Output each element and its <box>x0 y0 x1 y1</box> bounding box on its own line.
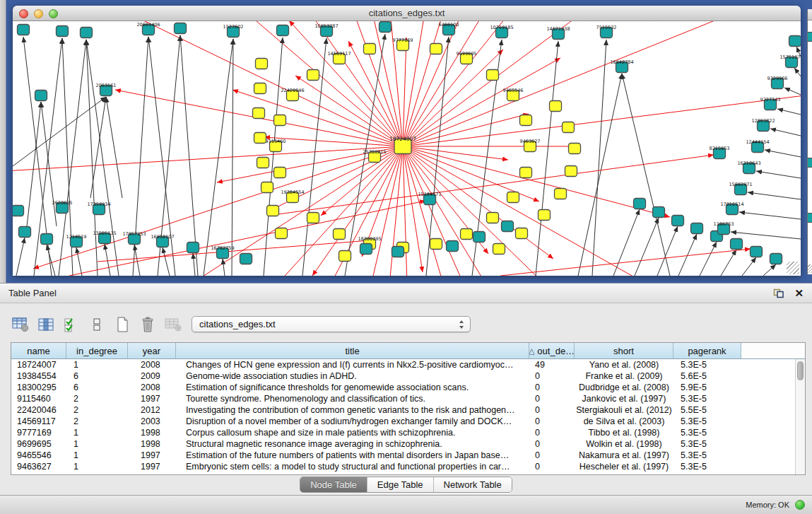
network-node[interactable] <box>267 206 279 216</box>
minimize-window-button[interactable] <box>34 9 43 18</box>
window-resize-grip[interactable] <box>787 262 799 274</box>
table-scrollbar-thumb[interactable] <box>797 361 804 380</box>
network-node[interactable] <box>653 207 665 218</box>
network-node[interactable] <box>520 115 532 126</box>
cell-name[interactable]: 9699695 <box>11 439 66 449</box>
network-node[interactable] <box>240 254 252 264</box>
network-node[interactable] <box>520 168 532 178</box>
network-node[interactable] <box>307 70 319 81</box>
network-node[interactable] <box>565 166 577 177</box>
network-node[interactable]: 16958107 <box>151 234 174 247</box>
network-node[interactable] <box>360 244 372 255</box>
network-node[interactable]: 17957253 <box>122 231 146 245</box>
network-node[interactable] <box>19 227 31 238</box>
network-node[interactable] <box>473 232 486 243</box>
network-node[interactable] <box>569 144 581 154</box>
cell-in_degree[interactable]: 1 <box>66 428 128 438</box>
cell-year[interactable]: 1998 <box>128 439 176 449</box>
cell-title[interactable]: Investigating the contribution of common… <box>176 405 529 415</box>
column-header-title[interactable]: title <box>176 343 529 358</box>
cell-short[interactable]: Franke et al. (2009) <box>575 371 673 381</box>
cell-pagerank[interactable]: 5.3E-5 <box>673 360 741 370</box>
network-node[interactable] <box>13 206 24 216</box>
network-node[interactable] <box>555 189 567 199</box>
network-node[interactable]: 7515532 <box>596 25 617 38</box>
cell-name[interactable]: 14569117 <box>11 416 66 426</box>
cell-in_degree[interactable]: 1 <box>66 360 128 370</box>
network-node[interactable] <box>751 247 763 257</box>
import-table-icon[interactable] <box>163 314 184 335</box>
cell-title[interactable]: Changes of HCN gene expression and I(f) … <box>176 360 529 370</box>
network-node[interactable] <box>256 59 268 69</box>
cell-short[interactable]: Wolkin et al. (1998) <box>575 439 673 449</box>
cell-pagerank[interactable]: 5.3E-5 <box>673 416 741 426</box>
network-node[interactable] <box>789 36 801 47</box>
network-node[interactable]: 1214519 <box>66 234 87 247</box>
background-window-sliver[interactable] <box>807 9 812 274</box>
close-panel-icon[interactable]: ✕ <box>794 288 804 298</box>
cell-name[interactable]: 22420046 <box>11 405 66 415</box>
cell-out_de[interactable]: 0 <box>529 428 575 438</box>
network-node[interactable] <box>507 192 519 203</box>
network-node[interactable]: 16782759 <box>211 245 234 259</box>
cell-out_de[interactable]: 0 <box>529 371 575 381</box>
cell-in_degree[interactable]: 2 <box>66 405 128 415</box>
cell-out_de[interactable]: 49 <box>529 360 575 370</box>
cell-pagerank[interactable]: 5.3E-5 <box>673 428 741 438</box>
network-node[interactable]: 17359934 <box>87 201 110 215</box>
network-node[interactable] <box>35 90 47 101</box>
cell-name[interactable]: 18300295 <box>11 382 66 392</box>
network-node[interactable] <box>539 210 551 221</box>
cell-out_de[interactable]: 0 <box>529 405 575 415</box>
cell-short[interactable]: Hescheler et al. (1997) <box>575 462 673 472</box>
network-node[interactable]: 20691406 <box>136 22 160 35</box>
cell-title[interactable]: Estimation of the future numbers of pati… <box>176 450 529 460</box>
cell-pagerank[interactable]: 5.3E-5 <box>673 450 741 460</box>
cell-short[interactable]: Dudbridge et al. (2008) <box>575 382 673 392</box>
cell-out_de[interactable]: 0 <box>529 450 575 460</box>
column-header-pagerank[interactable]: pagerank <box>673 343 741 358</box>
network-node[interactable] <box>81 28 93 38</box>
network-canvas[interactable]: 9463627183002951938455491154602242004614… <box>13 21 801 276</box>
network-node[interactable] <box>277 25 289 36</box>
create-column-icon[interactable] <box>112 314 133 335</box>
show-columns-icon[interactable] <box>35 314 57 335</box>
tab-node-table[interactable]: Node Table <box>300 477 367 492</box>
cell-short[interactable]: Yano et al. (2008) <box>575 360 673 370</box>
cell-in_degree[interactable]: 2 <box>66 416 128 426</box>
network-node[interactable] <box>18 25 30 35</box>
cell-out_de[interactable]: 0 <box>529 394 575 404</box>
network-node[interactable] <box>487 213 499 223</box>
cell-year[interactable]: 2008 <box>128 382 176 392</box>
network-node[interactable] <box>516 228 528 239</box>
cell-title[interactable]: Corpus callosum shape and size in male p… <box>176 428 529 438</box>
network-node[interactable] <box>447 241 459 252</box>
network-node[interactable]: 10719185 <box>490 25 513 38</box>
network-node[interactable]: 9329966 <box>767 76 788 89</box>
network-node[interactable]: 9463627 <box>520 139 541 152</box>
network-node[interactable] <box>430 44 442 54</box>
tab-edge-table[interactable]: Edge Table <box>367 477 434 492</box>
cell-out_de[interactable]: 0 <box>529 439 575 449</box>
cell-name[interactable]: 18724007 <box>11 360 66 370</box>
cell-year[interactable]: 2012 <box>128 405 176 415</box>
network-window-titlebar[interactable]: citations_edges.txt <box>13 6 801 21</box>
zoom-window-button[interactable] <box>49 9 58 18</box>
network-node[interactable]: 16648784 <box>610 59 633 73</box>
network-node[interactable]: 9227343 <box>760 97 781 110</box>
network-node[interactable]: 25300215 <box>363 149 386 163</box>
network-node[interactable] <box>175 23 187 34</box>
network-node[interactable] <box>276 228 288 239</box>
tab-network-table[interactable]: Network Table <box>434 477 512 492</box>
network-node[interactable]: 6466100 <box>439 22 459 35</box>
row-height-icon[interactable] <box>86 314 107 335</box>
cell-year[interactable]: 1997 <box>128 450 176 460</box>
select-all-icon[interactable] <box>61 314 82 335</box>
cell-in_degree[interactable]: 6 <box>66 382 128 392</box>
table-selector[interactable]: citations_edges.txt <box>192 316 471 332</box>
network-node[interactable] <box>274 168 286 178</box>
cell-short[interactable]: Tibbo et al. (1998) <box>575 428 673 438</box>
table-scrollbar[interactable] <box>795 359 805 474</box>
cell-out_de[interactable]: 0 <box>529 382 575 392</box>
network-node[interactable] <box>253 108 265 119</box>
